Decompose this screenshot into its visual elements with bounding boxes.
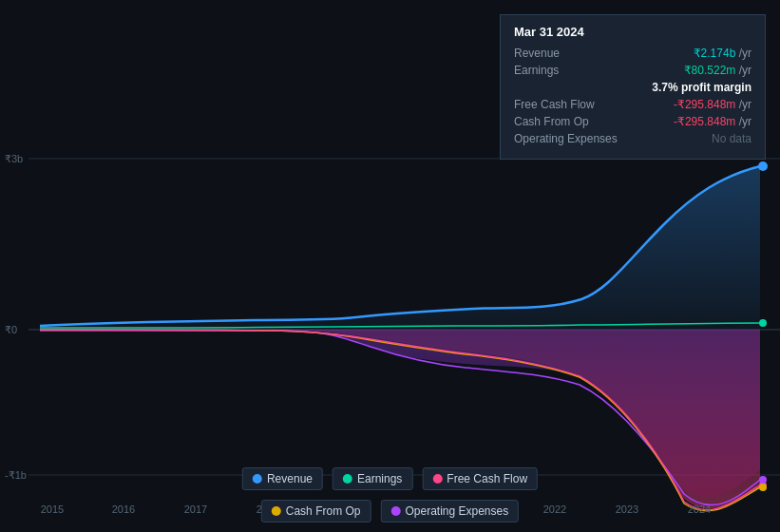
svg-text:2023: 2023 [616,504,638,515]
legend-dot-opex [390,506,400,516]
legend-dot-fcf [432,474,442,484]
tooltip-row-cashfromop: Cash From Op -₹295.848m /yr [514,115,751,128]
tooltip-row-profit-margin: 3.7% profit margin [514,81,751,94]
tooltip-value-profit-margin: 3.7% profit margin [652,81,751,94]
legend-item-cashfromop[interactable]: Cash From Op [261,500,371,522]
tooltip-value-opex: No data [712,132,751,145]
tooltip-row-earnings: Earnings ₹80.522m /yr [514,64,751,77]
legend-label-cashfromop: Cash From Op [286,504,361,518]
revenue-area [40,166,760,330]
tooltip-value-fcf: -₹295.848m /yr [674,98,751,111]
earnings-dot [759,319,767,327]
legend-dot-cashfromop [272,506,281,516]
tooltip: Mar 31 2024 Revenue ₹2.174b /yr Earnings… [500,14,766,160]
legend-item-earnings[interactable]: Earnings [333,467,412,490]
cashfromop-dot [759,484,767,491]
legend-label-revenue: Revenue [267,472,313,485]
tooltip-label-revenue: Revenue [514,47,618,60]
chart-svg: ₹3b ₹0 -₹1b 2015 2016 2017 2018 2019 2 [0,147,780,522]
tooltip-row-fcf: Free Cash Flow -₹295.848m /yr [514,98,751,111]
tooltip-row-revenue: Revenue ₹2.174b /yr [514,47,751,60]
chart-legend: Revenue Earnings Free Cash Flow Cash Fro… [195,467,585,522]
opex-dot [759,476,767,484]
tooltip-label-fcf: Free Cash Flow [514,98,618,111]
legend-dot-revenue [253,474,262,484]
svg-text:-₹1b: -₹1b [5,469,27,481]
tooltip-label-earnings: Earnings [514,64,618,77]
svg-text:2024: 2024 [688,504,711,515]
chart-container: Mar 31 2024 Revenue ₹2.174b /yr Earnings… [0,0,780,532]
tooltip-value-cashfromop: -₹295.848m /yr [674,115,751,128]
svg-text:2016: 2016 [112,504,135,515]
tooltip-label-cashfromop: Cash From Op [514,115,618,128]
tooltip-date: Mar 31 2024 [514,25,751,39]
legend-label-fcf: Free Cash Flow [447,472,527,485]
tooltip-value-earnings: ₹80.522m /yr [684,64,751,77]
tooltip-row-opex: Operating Expenses No data [514,132,751,145]
legend-item-revenue[interactable]: Revenue [242,467,323,490]
legend-item-opex[interactable]: Operating Expenses [380,500,519,522]
legend-label-opex: Operating Expenses [405,504,508,518]
legend-dot-earnings [343,474,352,484]
svg-text:₹3b: ₹3b [5,153,23,164]
tooltip-value-revenue: ₹2.174b /yr [694,47,751,60]
tooltip-label-opex: Operating Expenses [514,132,618,145]
legend-label-earnings: Earnings [357,472,402,485]
svg-text:₹0: ₹0 [5,324,17,335]
revenue-dot [758,162,768,171]
svg-text:2015: 2015 [41,504,64,515]
legend-item-fcf[interactable]: Free Cash Flow [422,467,538,490]
